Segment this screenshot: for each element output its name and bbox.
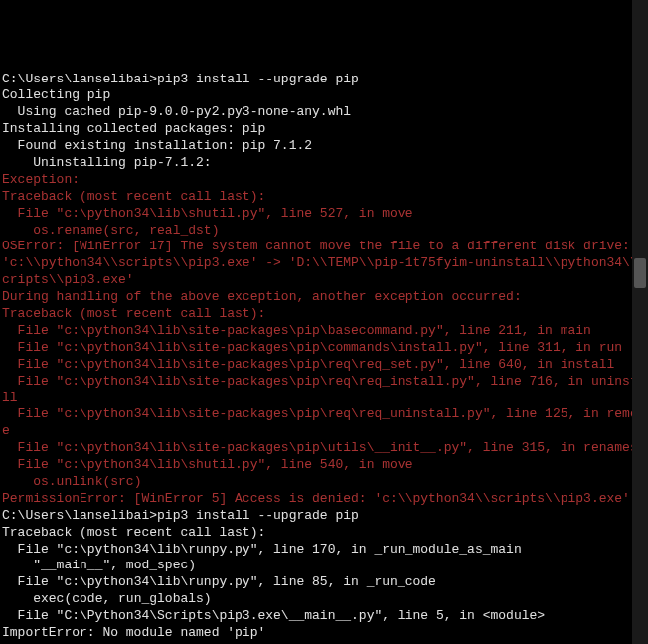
terminal-line: File "c:\python34\lib\shutil.py", line 5… — [2, 206, 646, 223]
terminal-line: PermissionError: [WinError 5] Access is … — [2, 491, 646, 508]
terminal-line: File "c:\python34\lib\site-packages\pip\… — [2, 340, 646, 357]
terminal-line: os.unlink(src) — [2, 474, 646, 491]
terminal-line: File "c:\python34\lib\site-packages\pip\… — [2, 406, 646, 440]
terminal-line: During handling of the above exception, … — [2, 289, 646, 306]
terminal-line: Collecting pip — [2, 87, 646, 104]
terminal-line: File "c:\python34\lib\site-packages\pip\… — [2, 440, 646, 457]
terminal-line: File "c:\python34\lib\site-packages\pip\… — [2, 323, 646, 340]
terminal-line: C:\Users\lanselibai>pip3 install --upgra… — [2, 508, 646, 525]
terminal-line: Uninstalling pip-7.1.2: — [2, 155, 646, 172]
terminal-line: Traceback (most recent call last): — [2, 306, 646, 323]
terminal-line: C:\Users\lanselibai>pip3 install --upgra… — [2, 72, 646, 88]
terminal-line: File "c:\python34\lib\runpy.py", line 85… — [2, 574, 646, 591]
terminal-output: C:\Users\lanselibai>pip3 install --upgra… — [0, 68, 648, 644]
terminal-line: ImportError: No module named 'pip' — [2, 625, 646, 642]
terminal-line: exec(code, run_globals) — [2, 591, 646, 608]
terminal-line: File "c:\python34\lib\shutil.py", line 5… — [2, 457, 646, 474]
scrollbar-thumb[interactable] — [634, 258, 646, 288]
terminal-line: Exception: — [2, 172, 646, 189]
scrollbar[interactable] — [632, 0, 648, 644]
terminal-line: File "c:\python34\lib\site-packages\pip\… — [2, 357, 646, 374]
terminal-line: Found existing installation: pip 7.1.2 — [2, 138, 646, 155]
terminal-line: File "c:\python34\lib\runpy.py", line 17… — [2, 542, 646, 559]
terminal-line: Traceback (most recent call last): — [2, 525, 646, 542]
terminal-line: Using cached pip-9.0.0-py2.py3-none-any.… — [2, 104, 646, 121]
terminal-line: Traceback (most recent call last): — [2, 189, 646, 206]
terminal-line: Installing collected packages: pip — [2, 121, 646, 138]
terminal-line: File "C:\Python34\Scripts\pip3.exe\__mai… — [2, 608, 646, 625]
terminal-line: OSError: [WinError 17] The system cannot… — [2, 239, 646, 289]
terminal-line: "__main__", mod_spec) — [2, 558, 646, 574]
terminal-line: os.rename(src, real_dst) — [2, 223, 646, 240]
terminal-line: File "c:\python34\lib\site-packages\pip\… — [2, 374, 646, 407]
